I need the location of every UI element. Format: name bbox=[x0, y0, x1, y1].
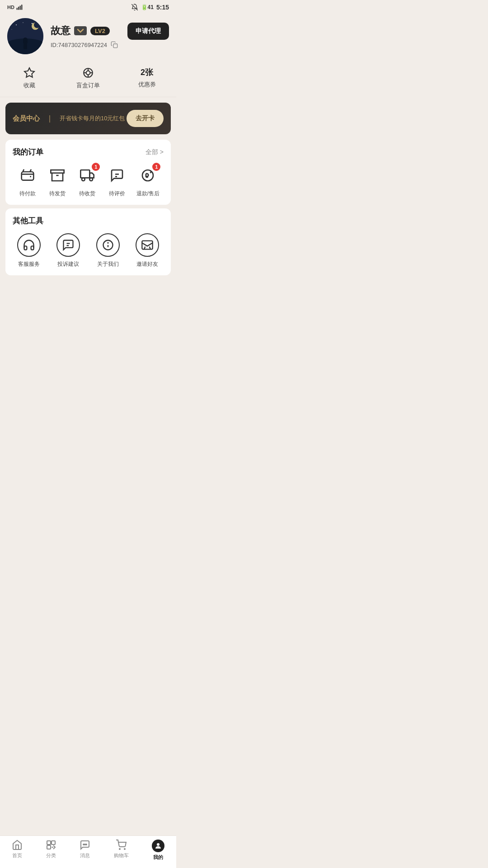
chevron-down-icon bbox=[77, 28, 84, 33]
pending-review-icon-wrap bbox=[106, 165, 128, 186]
message-icon bbox=[110, 168, 124, 183]
svg-point-31 bbox=[82, 178, 85, 181]
profile-section: 故意 LV2 ID:748730276947224 申请代理 bbox=[0, 13, 176, 63]
status-right: 🔋41 5:15 bbox=[131, 4, 169, 11]
copy-icon bbox=[111, 41, 118, 48]
svg-point-7 bbox=[16, 24, 17, 25]
svg-rect-0 bbox=[16, 8, 17, 10]
svg-point-11 bbox=[11, 29, 12, 29]
order-item-pending-review[interactable]: 待评价 bbox=[106, 165, 128, 198]
battery-icon: 🔋41 bbox=[141, 4, 154, 10]
stat-blindbox[interactable]: 盲盒订单 bbox=[59, 67, 117, 90]
pending-receive-icon-wrap: 1 bbox=[76, 165, 98, 186]
invite-icon-wrap bbox=[136, 233, 159, 257]
svg-marker-30 bbox=[90, 173, 94, 178]
svg-marker-19 bbox=[24, 68, 34, 77]
avatar-image bbox=[7, 18, 43, 54]
svg-rect-18 bbox=[113, 44, 117, 48]
wallet-icon bbox=[20, 168, 35, 183]
tool-label-1: 投诉建议 bbox=[57, 260, 79, 268]
tool-invite[interactable]: 邀请好友 bbox=[131, 233, 164, 268]
open-card-button[interactable]: 去开卡 bbox=[127, 110, 164, 127]
box-icon bbox=[50, 168, 65, 183]
svg-point-8 bbox=[23, 22, 23, 23]
order-label-4: 退款/售后 bbox=[136, 190, 160, 198]
order-item-pending-receive[interactable]: 1 待收货 bbox=[76, 165, 98, 198]
star-icon bbox=[23, 67, 35, 79]
order-label-2: 待收货 bbox=[79, 190, 95, 198]
member-title: 会员中心 bbox=[13, 114, 40, 123]
svg-point-32 bbox=[90, 178, 93, 181]
tool-label-3: 邀请好友 bbox=[136, 260, 158, 268]
pending-ship-icon-wrap bbox=[47, 165, 68, 186]
svg-rect-43 bbox=[142, 241, 153, 250]
stat-coupons-label: 优惠券 bbox=[138, 80, 156, 89]
tool-label-0: 客服服务 bbox=[18, 260, 40, 268]
customer-service-icon-wrap bbox=[17, 233, 41, 257]
order-badge-2: 1 bbox=[92, 163, 100, 171]
tools-grid: 客服服务 投诉建议 关于我们 bbox=[13, 233, 164, 268]
dropdown-icon[interactable] bbox=[74, 26, 87, 35]
tool-complaint[interactable]: 投诉建议 bbox=[52, 233, 85, 268]
svg-rect-3 bbox=[21, 5, 22, 10]
tool-label-2: 关于我们 bbox=[97, 260, 119, 268]
member-banner: 会员中心 ｜ 开省钱卡每月的10元红包 去开卡 bbox=[5, 103, 171, 134]
svg-point-13 bbox=[34, 22, 40, 28]
user-id-row: ID:748730276947224 bbox=[51, 41, 169, 48]
tool-customer-service[interactable]: 客服服务 bbox=[13, 233, 45, 268]
order-label-3: 待评价 bbox=[109, 190, 125, 198]
member-divider: ｜ bbox=[46, 114, 53, 123]
svg-point-42 bbox=[108, 243, 108, 243]
chat-icon bbox=[62, 239, 75, 251]
orders-header: 我的订单 全部 > bbox=[13, 147, 164, 157]
user-id: ID:748730276947224 bbox=[51, 42, 107, 48]
orders-more[interactable]: 全部 > bbox=[145, 148, 164, 156]
stats-row: 收藏 盲盒订单 2张 优惠券 bbox=[0, 63, 176, 97]
refund-icon bbox=[141, 168, 155, 183]
headset-icon bbox=[23, 239, 35, 251]
svg-rect-27 bbox=[51, 170, 64, 173]
svg-rect-29 bbox=[81, 170, 90, 178]
stat-favorites-label: 收藏 bbox=[23, 81, 35, 90]
complaint-icon-wrap bbox=[56, 233, 80, 257]
tools-section: 其他工具 客服服务 投诉建议 bbox=[5, 208, 171, 275]
svg-rect-26 bbox=[22, 172, 34, 180]
status-bar: HD 🔋41 5:15 bbox=[0, 0, 176, 13]
mail-icon bbox=[141, 239, 154, 251]
refund-icon-wrap: 1 bbox=[137, 165, 159, 186]
orders-section: 我的订单 全部 > 待付款 bbox=[5, 140, 171, 205]
orders-icons-row: 待付款 待发货 1 bbox=[13, 165, 164, 198]
stat-coupon-count: 2张 bbox=[141, 67, 153, 78]
svg-rect-16 bbox=[23, 44, 27, 49]
svg-point-9 bbox=[32, 23, 33, 24]
member-description: 开省钱卡每月的10元红包 bbox=[60, 114, 125, 123]
order-item-pending-payment[interactable]: 待付款 bbox=[17, 165, 38, 198]
pending-payment-icon-wrap bbox=[17, 165, 38, 186]
stat-blindbox-label: 盲盒订单 bbox=[76, 81, 100, 90]
svg-rect-2 bbox=[19, 6, 20, 10]
info-icon bbox=[102, 239, 114, 251]
about-icon-wrap bbox=[96, 233, 120, 257]
avatar[interactable] bbox=[7, 18, 43, 54]
tools-title: 其他工具 bbox=[13, 216, 43, 226]
apply-agent-button[interactable]: 申请代理 bbox=[127, 23, 169, 40]
stat-coupons[interactable]: 2张 优惠券 bbox=[117, 67, 176, 90]
order-item-refund[interactable]: 1 退款/售后 bbox=[136, 165, 160, 198]
signal-icon bbox=[16, 4, 23, 10]
blindbox-icon bbox=[82, 67, 94, 79]
time-display: 5:15 bbox=[156, 4, 169, 11]
order-badge-4: 1 bbox=[152, 163, 160, 171]
copy-button[interactable] bbox=[111, 41, 118, 48]
username: 故意 bbox=[51, 24, 70, 38]
hd-label: HD bbox=[7, 5, 14, 10]
tools-header: 其他工具 bbox=[13, 216, 164, 226]
order-item-pending-ship[interactable]: 待发货 bbox=[47, 165, 68, 198]
level-badge: LV2 bbox=[90, 27, 110, 35]
bell-mute-icon bbox=[131, 4, 138, 11]
stat-favorites[interactable]: 收藏 bbox=[0, 67, 59, 90]
svg-point-17 bbox=[23, 38, 28, 42]
order-label-1: 待发货 bbox=[49, 190, 66, 198]
tool-about[interactable]: 关于我们 bbox=[92, 233, 124, 268]
orders-title: 我的订单 bbox=[13, 147, 43, 157]
truck-icon bbox=[80, 168, 94, 183]
